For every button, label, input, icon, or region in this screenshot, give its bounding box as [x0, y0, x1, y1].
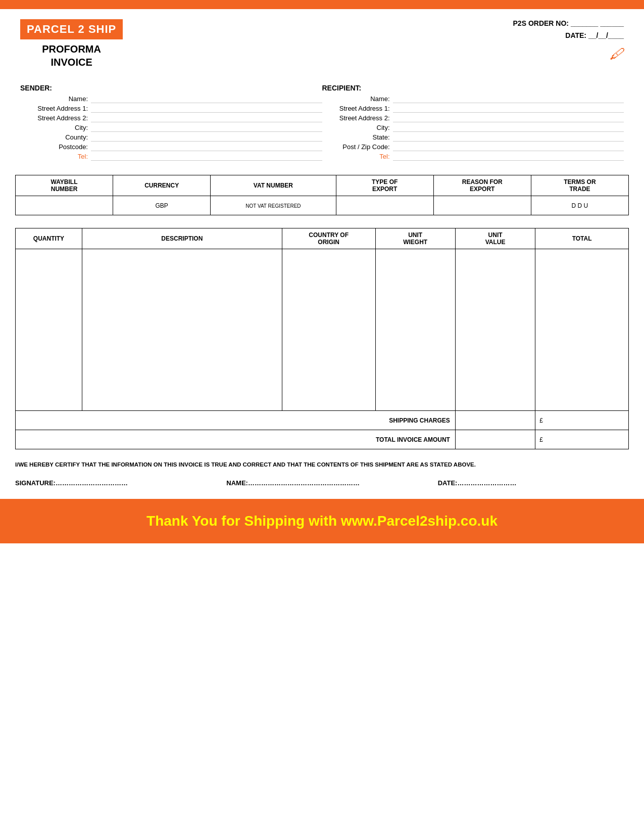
recipient-name-row: Name: — [322, 95, 624, 103]
upper-table-container: WAYBILLNUMBER CURRENCY VAT NUMBER TYPE O… — [0, 167, 644, 220]
upper-table-data-row: GBP NOT VAT REGISTERED D D U — [16, 196, 629, 215]
col-currency-header: CURRENCY — [113, 175, 211, 196]
header: PARCEL 2 SHIP PROFORMAINVOICE P2S ORDER … — [0, 9, 644, 74]
shipping-charges-label: SHIPPING CHARGES — [16, 411, 456, 430]
address-section: SENDER: Name: Street Address 1: Street A… — [0, 74, 644, 167]
logo-title-block: PARCEL 2 SHIP PROFORMAINVOICE — [20, 19, 123, 69]
footer-text: Thank You for Shipping with www.Parcel2s… — [146, 513, 498, 529]
total-unit-wt-cell — [455, 430, 535, 449]
logo-box: PARCEL 2 SHIP — [20, 19, 123, 39]
col-reason-export-header: REASON FOREXPORT — [433, 175, 531, 196]
cell-item-unit-weight — [375, 249, 455, 411]
recipient-city-row: City: — [322, 124, 624, 132]
th-country-origin: COUNTRY OFORIGIN — [282, 228, 375, 249]
order-no: P2S ORDER NO: _______ ______ — [513, 19, 624, 27]
cell-item-origin — [282, 249, 375, 411]
sender-city-row: City: — [20, 124, 322, 132]
cell-reason-export — [433, 196, 531, 215]
cell-item-unit-value — [455, 249, 535, 411]
shipping-row: SHIPPING CHARGES £ — [16, 411, 629, 430]
date-field: DATE: __/__/____ — [513, 31, 624, 39]
th-description: DESCRIPTION — [82, 228, 282, 249]
items-empty-row — [16, 249, 629, 411]
sender-street1-row: Street Address 1: — [20, 105, 322, 113]
col-waybill-header: WAYBILLNUMBER — [16, 175, 113, 196]
invoice-title: PROFORMAINVOICE — [42, 42, 101, 69]
col-terms-header: TERMS ORTRADE — [531, 175, 628, 196]
recipient-tel-row: Tel: — [322, 153, 624, 161]
cell-type-export — [336, 196, 433, 215]
date-field-sig: DATE:……………………… — [438, 479, 629, 487]
sender-street2-row: Street Address 2: — [20, 114, 322, 122]
total-invoice-label: TOTAL INVOICE AMOUNT — [16, 430, 456, 449]
recipient-block: RECIPIENT: Name: Street Address 1: Stree… — [322, 84, 624, 162]
signature-field: SIGNATURE:…………………………… — [15, 479, 206, 487]
cell-vat: NOT VAT REGISTERED — [211, 196, 336, 215]
th-total: TOTAL — [535, 228, 629, 249]
cell-item-desc — [82, 249, 282, 411]
items-main-table-container: QUANTITY DESCRIPTION COUNTRY OFORIGIN UN… — [0, 220, 644, 454]
sender-postcode-row: Postcode: — [20, 143, 322, 151]
cell-item-total — [535, 249, 629, 411]
logo-text: PARCEL 2 SHIP — [27, 23, 116, 35]
name-field: NAME:…………………………………………… — [226, 479, 417, 487]
th-unit-value: UNITVALUE — [455, 228, 535, 249]
order-section: P2S ORDER NO: _______ ______ DATE: __/__… — [513, 19, 624, 62]
items-header-row: QUANTITY DESCRIPTION COUNTRY OFORIGIN UN… — [16, 228, 629, 249]
sender-tel-row: Tel: — [20, 153, 322, 161]
col-type-export-header: TYPE OFEXPORT — [336, 175, 433, 196]
total-amount-cell: £ — [535, 430, 629, 449]
shipping-unit-wt-cell — [455, 411, 535, 430]
sender-block: SENDER: Name: Street Address 1: Street A… — [20, 84, 322, 162]
shipping-total-cell: £ — [535, 411, 629, 430]
sender-name-row: Name: — [20, 95, 322, 103]
signature-icon: 🖊 — [513, 45, 624, 62]
cell-currency: GBP — [113, 196, 211, 215]
cell-waybill — [16, 196, 113, 215]
top-orange-bar — [0, 0, 644, 9]
cell-terms: D D U — [531, 196, 628, 215]
bottom-bar: Thank You for Shipping with www.Parcel2s… — [0, 499, 644, 543]
recipient-street1-row: Street Address 1: — [322, 105, 624, 113]
recipient-street2-row: Street Address 2: — [322, 114, 624, 122]
th-quantity: QUANTITY — [16, 228, 82, 249]
cell-item-qty — [16, 249, 82, 411]
recipient-state-row: State: — [322, 133, 624, 142]
recipient-zip-row: Post / Zip Code: — [322, 143, 624, 151]
items-main-table: QUANTITY DESCRIPTION COUNTRY OFORIGIN UN… — [15, 228, 629, 449]
certification-text: I/WE HEREBY CERTIFY THAT THE INFORMATION… — [0, 454, 644, 472]
th-unit-weight: UNITWIEGHT — [375, 228, 455, 249]
upper-table-header-row: WAYBILLNUMBER CURRENCY VAT NUMBER TYPE O… — [16, 175, 629, 196]
sender-county-row: County: — [20, 133, 322, 142]
signature-line: SIGNATURE:…………………………… NAME:…………………………………… — [0, 472, 644, 494]
sender-label: SENDER: — [20, 84, 322, 92]
col-vat-header: VAT NUMBER — [211, 175, 336, 196]
recipient-label: RECIPIENT: — [322, 84, 624, 92]
invoice-total-row: TOTAL INVOICE AMOUNT £ — [16, 430, 629, 449]
upper-table: WAYBILLNUMBER CURRENCY VAT NUMBER TYPE O… — [15, 175, 629, 215]
